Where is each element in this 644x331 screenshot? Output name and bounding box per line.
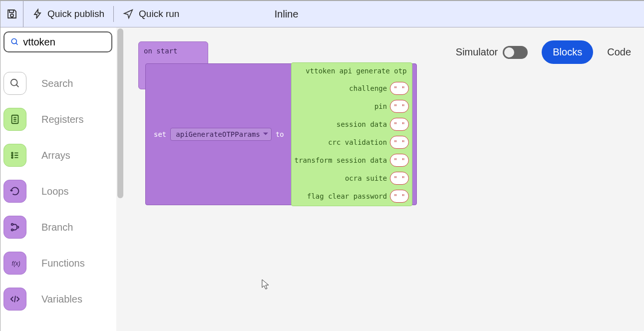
top-toolbar: Quick publish Quick run Inline bbox=[0, 1, 644, 27]
simulator-toggle[interactable] bbox=[503, 46, 528, 59]
save-button[interactable] bbox=[0, 1, 23, 27]
search-icon bbox=[3, 72, 26, 95]
object-field-row: challenge " " bbox=[295, 82, 409, 95]
sidebar-item-arrays[interactable]: Arrays bbox=[3, 137, 113, 173]
object-field-row: crc validation " " bbox=[295, 136, 409, 149]
object-block-title: vttoken api generate otp bbox=[295, 65, 409, 77]
to-keyword: to bbox=[272, 130, 288, 138]
string-value-input[interactable]: " " bbox=[390, 136, 408, 149]
object-field-label: ocra suite bbox=[345, 174, 387, 182]
object-field-row: ocra suite " " bbox=[295, 172, 409, 185]
object-field-row: session data " " bbox=[295, 118, 409, 131]
simulator-label: Simulator bbox=[456, 46, 498, 58]
sidebar-item-label: Registers bbox=[41, 114, 83, 125]
document-icon bbox=[3, 108, 26, 131]
svg-rect-0 bbox=[9, 10, 13, 12]
sidebar-item-branch[interactable]: Branch bbox=[3, 209, 113, 245]
svg-point-8 bbox=[11, 224, 13, 226]
loop-icon bbox=[3, 180, 26, 203]
code-icon bbox=[3, 288, 26, 311]
save-icon bbox=[6, 8, 18, 20]
svg-point-9 bbox=[11, 229, 13, 231]
page-title: Inline bbox=[188, 8, 644, 20]
svg-point-2 bbox=[11, 39, 16, 44]
object-field-row: flag clear password " " bbox=[295, 190, 409, 203]
object-field-label: pin bbox=[374, 102, 387, 110]
object-field-label: challenge bbox=[349, 84, 387, 92]
svg-point-3 bbox=[11, 79, 17, 86]
simulator-toggle-group[interactable]: Simulator bbox=[456, 46, 528, 59]
variable-dropdown[interactable]: apiGenerateOTPParams bbox=[170, 128, 272, 141]
quick-run-label: Quick run bbox=[139, 8, 179, 19]
sidebar-item-label: Loops bbox=[41, 186, 69, 197]
svg-point-6 bbox=[11, 155, 13, 156]
svg-point-1 bbox=[10, 14, 13, 17]
svg-text:f(x): f(x) bbox=[12, 260, 20, 267]
object-field-row: pin " " bbox=[295, 100, 409, 113]
code-mode-button[interactable]: Code bbox=[607, 46, 631, 58]
string-value-input[interactable]: " " bbox=[390, 118, 408, 131]
sidebar-item-variables[interactable]: Variables bbox=[3, 281, 113, 317]
sidebar-item-label: Branch bbox=[41, 222, 73, 233]
object-field-row: transform session data " " bbox=[295, 154, 409, 167]
string-value-input[interactable]: " " bbox=[390, 82, 408, 95]
mode-switch-bar: Simulator Blocks Code bbox=[456, 40, 631, 64]
object-field-label: session data bbox=[336, 120, 387, 128]
function-icon: f(x) bbox=[3, 252, 26, 275]
search-icon bbox=[10, 37, 19, 47]
sidebar-item-label: Search bbox=[41, 78, 73, 89]
sidebar-item-loops[interactable]: Loops bbox=[3, 173, 113, 209]
main-area: Search Registers Arrays Loops Branch bbox=[0, 27, 644, 331]
search-input[interactable] bbox=[23, 36, 105, 48]
svg-point-10 bbox=[17, 226, 19, 228]
sidebar-item-label: Functions bbox=[41, 258, 85, 269]
sidebar-item-search[interactable]: Search bbox=[3, 65, 113, 101]
sidebar-item-label: Variables bbox=[41, 294, 82, 305]
branch-icon bbox=[3, 216, 26, 239]
string-value-input[interactable]: " " bbox=[390, 154, 408, 167]
lightning-icon bbox=[32, 8, 42, 19]
list-icon bbox=[3, 144, 26, 167]
set-keyword: set bbox=[150, 130, 170, 138]
sidebar-item-registers[interactable]: Registers bbox=[3, 101, 113, 137]
sidebar-item-label: Arrays bbox=[41, 150, 70, 161]
sidebar-scrollbar[interactable] bbox=[116, 27, 124, 331]
object-field-label: transform session data bbox=[295, 156, 387, 164]
quick-publish-button[interactable]: Quick publish bbox=[23, 1, 113, 27]
blocks-mode-button[interactable]: Blocks bbox=[542, 40, 593, 64]
object-field-label: crc validation bbox=[328, 138, 387, 146]
string-value-input[interactable]: " " bbox=[390, 172, 408, 185]
object-literal-block[interactable]: vttoken api generate otp challenge " " p… bbox=[291, 62, 412, 206]
quick-publish-label: Quick publish bbox=[47, 8, 104, 19]
quick-run-button[interactable]: Quick run bbox=[114, 1, 188, 27]
code-mode-label: Code bbox=[607, 46, 631, 57]
svg-point-5 bbox=[11, 152, 13, 154]
search-box[interactable] bbox=[3, 31, 112, 52]
svg-point-7 bbox=[11, 157, 13, 158]
sidebar-item-functions[interactable]: f(x) Functions bbox=[3, 245, 113, 281]
send-icon bbox=[123, 8, 134, 19]
string-value-input[interactable]: " " bbox=[390, 100, 408, 113]
scrollbar-thumb[interactable] bbox=[117, 28, 123, 198]
mouse-cursor-icon bbox=[262, 279, 270, 290]
sidebar: Search Registers Arrays Loops Branch bbox=[0, 27, 116, 331]
object-field-label: flag clear password bbox=[307, 192, 387, 200]
set-variable-block[interactable]: set apiGenerateOTPParams to vttoken api … bbox=[145, 63, 417, 205]
blocks-mode-label: Blocks bbox=[553, 46, 582, 57]
workspace-canvas[interactable]: Simulator Blocks Code on start set apiGe… bbox=[124, 27, 644, 331]
string-value-input[interactable]: " " bbox=[390, 190, 408, 203]
